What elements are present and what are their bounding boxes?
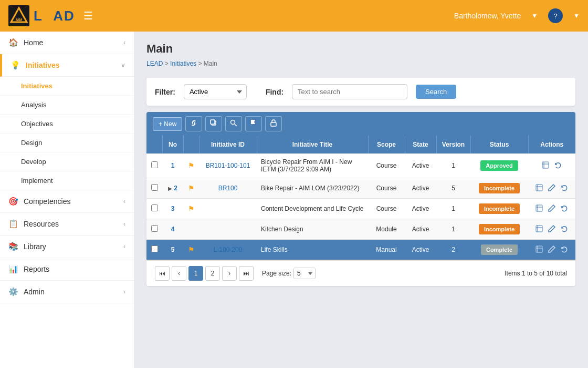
sidebar-item-home[interactable]: 🏠 Home ‹ <box>0 32 134 54</box>
sidebar-item-initiatives-sub[interactable]: Initiatives <box>0 77 134 96</box>
svg-rect-16 <box>536 226 542 232</box>
table-row: 1 ⚑ BR101-100-101 Bicycle Repair From AI… <box>146 154 575 178</box>
sidebar-item-reports[interactable]: 📊 Reports <box>0 258 134 281</box>
action-undo-icon[interactable] <box>560 205 569 214</box>
breadcrumb-sep2: > <box>198 60 203 67</box>
row-version: 1 <box>436 199 470 219</box>
flag-button[interactable] <box>245 116 262 131</box>
sidebar-reports-label: Reports <box>24 265 125 273</box>
action-undo-icon[interactable] <box>560 246 569 255</box>
initiative-id-link[interactable]: BR100 <box>218 185 238 192</box>
filter-select[interactable]: Active Inactive All <box>184 84 247 99</box>
status-badge: Incomplete <box>479 203 520 214</box>
sidebar-item-resources[interactable]: 📋 Resources ‹ <box>0 213 134 236</box>
sidebar-item-initiatives[interactable]: 💡 Initiatives ∨ <box>0 54 134 77</box>
filter-bar: Filter: Active Inactive All Find: Search <box>146 78 575 106</box>
row-version: 1 <box>436 154 470 178</box>
action-view-icon[interactable] <box>535 246 545 255</box>
page-first-button[interactable]: ⏮ <box>155 266 170 281</box>
initiative-id-link[interactable]: BR101-100-101 <box>206 162 250 169</box>
row-flag-cell: ⚑ <box>183 199 199 219</box>
svg-text:AIM: AIM <box>16 18 23 22</box>
row-scope: Course <box>368 178 405 199</box>
row-checkbox[interactable] <box>151 246 158 252</box>
search-button[interactable]: Search <box>416 85 456 99</box>
logo-text: LEAD <box>34 8 75 24</box>
col-version: Version <box>436 136 470 154</box>
breadcrumb-initiatives[interactable]: Initiatives <box>170 60 196 67</box>
help-button[interactable]: ? <box>548 8 563 23</box>
svg-point-4 <box>231 120 235 125</box>
action-edit-icon[interactable] <box>548 205 558 214</box>
status-badge: Approved <box>480 160 518 171</box>
sidebar-competencies-label: Competencies <box>24 197 123 206</box>
row-checkbox-cell <box>146 240 162 260</box>
row-checkbox[interactable] <box>151 184 158 191</box>
page-last-button[interactable]: ⏭ <box>239 266 254 281</box>
chevron-right-icon: ‹ <box>123 198 125 205</box>
row-checkbox[interactable] <box>151 225 158 232</box>
sidebar-item-design[interactable]: Design <box>0 134 134 152</box>
svg-rect-6 <box>271 122 276 126</box>
library-icon: 📚 <box>8 242 18 251</box>
action-view-icon[interactable] <box>535 185 545 193</box>
table-header-row: No Initiative ID Initiative Title Scope … <box>146 136 575 154</box>
page-1-button[interactable]: 1 <box>188 266 203 281</box>
flag-icon: ⚑ <box>188 161 195 170</box>
row-checkbox[interactable] <box>151 161 158 168</box>
hamburger-menu[interactable]: ☰ <box>83 9 93 22</box>
row-initiative-id-cell: L-100-200 <box>199 240 257 260</box>
action-edit-icon[interactable] <box>548 185 558 193</box>
lock-button[interactable] <box>265 116 282 131</box>
flag-icon: ⚑ <box>188 184 195 192</box>
page-size-select[interactable]: 5 10 25 <box>293 268 316 279</box>
action-view-icon[interactable] <box>541 162 552 171</box>
breadcrumb-lead[interactable]: LEAD <box>146 60 163 67</box>
action-undo-icon[interactable] <box>560 226 569 234</box>
row-flag-cell: ⚑ <box>183 240 199 260</box>
action-edit-icon[interactable] <box>548 246 558 255</box>
main-layout: 🏠 Home ‹ 💡 Initiatives ∨ Initiatives Ana… <box>0 32 588 368</box>
sidebar-item-develop[interactable]: Develop <box>0 152 134 171</box>
col-no: No <box>162 136 183 154</box>
user-name[interactable]: Bartholomew, Yvette <box>454 12 521 20</box>
sidebar-item-objectives[interactable]: Objectives <box>0 115 134 134</box>
sidebar-item-analysis[interactable]: Analysis <box>0 96 134 115</box>
sidebar-item-implement[interactable]: Implement <box>0 171 134 190</box>
row-version: 1 <box>436 219 470 240</box>
flag-icon: ⚑ <box>188 246 195 254</box>
action-view-icon[interactable] <box>535 205 545 214</box>
row-scope: Module <box>368 219 405 240</box>
search-icon-button[interactable] <box>225 116 242 131</box>
sidebar-item-competencies[interactable]: 🎯 Competencies ‹ <box>0 190 134 213</box>
copy-button[interactable] <box>205 116 222 131</box>
filter-label: Filter: <box>155 88 175 96</box>
link-button[interactable] <box>185 116 202 131</box>
expand-icon[interactable]: ▶ <box>168 186 172 191</box>
initiative-id-link[interactable]: L-100-200 <box>214 246 243 253</box>
table-row: ▶ 2 ⚑ BR100 Bike Repair - AIM LOM (3/23/… <box>146 178 575 199</box>
competencies-icon: 🎯 <box>8 197 18 206</box>
row-initiative-id-cell <box>199 219 257 240</box>
new-button[interactable]: + New <box>153 117 182 131</box>
sidebar-item-admin[interactable]: ⚙️ Admin ‹ <box>0 281 134 303</box>
initiatives-table: No Initiative ID Initiative Title Scope … <box>146 136 575 260</box>
action-undo-icon[interactable] <box>554 162 562 171</box>
row-title-cell: Kitchen Design <box>257 219 368 240</box>
initiatives-icon: 💡 <box>10 60 20 70</box>
row-title-cell: Bike Repair - AIM LOM (3/23/2022) <box>257 178 368 199</box>
action-undo-icon[interactable] <box>560 185 569 193</box>
col-scope: Scope <box>368 136 405 154</box>
action-edit-icon[interactable] <box>548 226 558 234</box>
page-prev-button[interactable]: ‹ <box>172 266 186 281</box>
sidebar: 🏠 Home ‹ 💡 Initiatives ∨ Initiatives Ana… <box>0 32 134 368</box>
page-next-button[interactable]: › <box>222 266 237 281</box>
row-checkbox[interactable] <box>151 205 158 211</box>
col-state: State <box>405 136 436 154</box>
page-2-button[interactable]: 2 <box>205 266 220 281</box>
row-scope: Manual <box>368 240 405 260</box>
sidebar-item-library[interactable]: 📚 Library ‹ <box>0 236 134 258</box>
row-initiative-id-cell: BR101-100-101 <box>199 154 257 178</box>
action-view-icon[interactable] <box>535 226 545 234</box>
find-input[interactable] <box>292 84 407 99</box>
